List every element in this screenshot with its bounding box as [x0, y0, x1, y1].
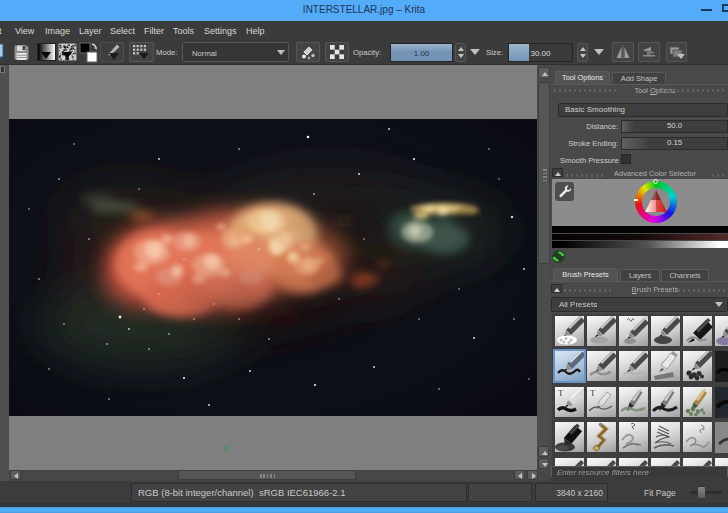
svg-text:T: T — [590, 388, 596, 398]
svg-text:T: T — [558, 388, 564, 398]
